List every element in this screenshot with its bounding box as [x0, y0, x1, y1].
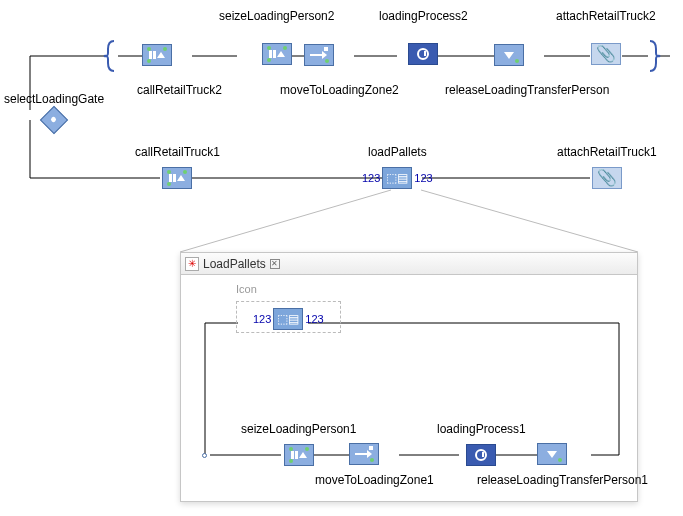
icon-section-label: Icon [236, 283, 257, 295]
port-in[interactable] [202, 453, 207, 458]
paperclip-icon: 📎 [596, 46, 616, 62]
move-block-moveToLoadingZone1[interactable] [349, 443, 379, 465]
icon-placeholder[interactable]: 123 ⬚▤ 123 [236, 301, 341, 333]
label-loadingProcess1: loadingProcess1 [437, 422, 526, 436]
label-seizeLoadingPerson1: seizeLoadingPerson1 [241, 422, 356, 436]
select-output-block[interactable]: selectLoadingGate [4, 92, 104, 130]
subpanel-loadpallets[interactable]: ✳ LoadPallets ✕ 123 ⬚▤ 123 Icon seizeLoa… [180, 252, 638, 502]
count-in-sub: 123 [253, 313, 271, 325]
brace-out[interactable] [648, 39, 662, 73]
attach-block-attachRetailTruck1[interactable]: attachRetailTruck1 📎 [557, 145, 657, 189]
subpanel-title: LoadPallets [203, 257, 266, 271]
label-loadPallets: loadPallets [368, 145, 427, 159]
seize-block-callRetailTruck2[interactable] [142, 44, 172, 66]
delay-block-loadingProcess2[interactable]: loadingProcess2 [379, 9, 468, 65]
label-callRetailTruck1: callRetailTruck1 [135, 145, 220, 159]
move-block-moveToLoadingZone2[interactable] [304, 44, 334, 66]
attach-block-attachRetailTruck2[interactable]: attachRetailTruck2 📎 [556, 9, 656, 65]
label-callRetailTruck2: callRetailTruck2 [137, 83, 222, 97]
release-block-releaseLoadingTransferPerson[interactable] [494, 44, 524, 66]
subpanel-titlebar[interactable]: ✳ LoadPallets ✕ [181, 253, 637, 275]
label-moveToLoadingZone1: moveToLoadingZone1 [315, 473, 434, 487]
delay-block-loadingProcess1[interactable]: loadingProcess1 [437, 422, 526, 466]
editor-icon: ✳ [185, 257, 199, 271]
forklift-icon: ⬚▤ [277, 313, 299, 325]
forklift-icon: ⬚▤ [386, 172, 408, 184]
count-out-loadPallets: 123 [414, 172, 432, 184]
seize-block-callRetailTruck1[interactable]: callRetailTruck1 [135, 145, 220, 189]
label-releaseLoadingTransferPerson1: releaseLoadingTransferPerson1 [477, 473, 648, 487]
label-attachRetailTruck1: attachRetailTruck1 [557, 145, 657, 159]
label-attachRetailTruck2: attachRetailTruck2 [556, 9, 656, 23]
paperclip-icon: 📎 [597, 170, 617, 186]
composite-block-loadPallets[interactable]: loadPallets 123 ⬚▤ 123 [362, 145, 433, 189]
seize-block-seizeLoadingPerson1[interactable]: seizeLoadingPerson1 [241, 422, 356, 466]
label-selectLoadingGate: selectLoadingGate [4, 92, 104, 106]
brace-in[interactable] [102, 39, 116, 73]
count-in-loadPallets: 123 [362, 172, 380, 184]
label-loadingProcess2: loadingProcess2 [379, 9, 468, 23]
release-block-releaseLoadingTransferPerson1[interactable] [537, 443, 567, 465]
label-releaseLoadingTransferPerson: releaseLoadingTransferPerson [445, 83, 609, 97]
label-seizeLoadingPerson2: seizeLoadingPerson2 [219, 9, 334, 23]
label-moveToLoadingZone2: moveToLoadingZone2 [280, 83, 399, 97]
count-out-sub: 123 [305, 313, 323, 325]
close-icon[interactable]: ✕ [270, 259, 280, 269]
